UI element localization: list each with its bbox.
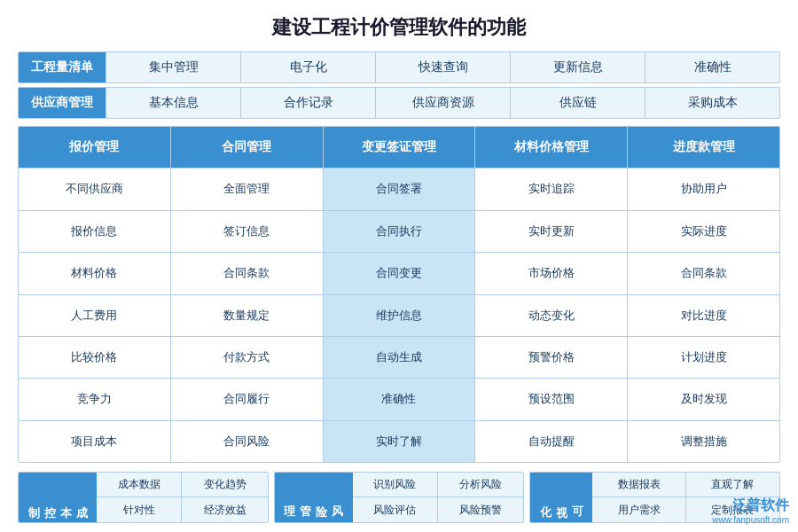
grid-col2-cell4: 付款方式 (171, 337, 323, 379)
grid-col1-cell0: 不同供应商 (19, 168, 170, 210)
bottom-block3-item1: 直观了解 (686, 473, 779, 497)
grid-col3-cell6: 实时了解 (324, 421, 475, 462)
grid-col4-cell4: 预警价格 (475, 337, 627, 379)
grid-col1-cell5: 竞争力 (19, 379, 170, 420)
grid-col1-cell4: 比较价格 (19, 337, 170, 379)
bottom-block2-label: 风险管理 (275, 473, 353, 522)
bottom-block2-items: 识别风险 分析风险 风险评估 风险预警 (353, 473, 524, 522)
grid-col2-cell3: 数量规定 (171, 295, 323, 337)
grid-col4-cell1: 实时更新 (475, 211, 627, 253)
grid-col1-header: 报价管理 (19, 127, 170, 168)
page-title: 建设工程计价管理软件的功能 (18, 14, 780, 41)
grid-col3-cell2: 合同变更 (324, 253, 475, 294)
grid-col2-cell1: 签订信息 (171, 211, 323, 253)
bottom-block-risk: 风险管理 识别风险 分析风险 风险评估 风险预警 (274, 472, 525, 523)
grid-col1-cell2: 材料价格 (19, 253, 170, 294)
grid-col5-cell4: 计划进度 (628, 337, 779, 379)
bottom-block1-item1: 变化趋势 (182, 473, 267, 497)
bar2-items: 基本信息 合作记录 供应商资源 供应链 采购成本 (106, 88, 779, 118)
bottom-block1-label: 成本控制 (19, 473, 97, 522)
grid-col2-cell5: 合同履行 (171, 379, 323, 420)
logo-text: 泛普软件 (732, 497, 789, 515)
bottom-block-cost: 成本控制 成本数据 变化趋势 针对性 经济效益 (18, 472, 269, 523)
grid-col1-cell3: 人工费用 (19, 295, 170, 337)
bar1-items: 集中管理 电子化 快速查询 更新信息 准确性 (106, 52, 779, 82)
bottom-block2-item1: 分析风险 (438, 473, 523, 497)
grid-col3-cell4: 自动生成 (324, 337, 475, 379)
bar2-item-2: 供应商资源 (375, 88, 510, 118)
grid-col4-cell3: 动态变化 (475, 295, 627, 337)
grid-col1: 报价管理 不同供应商 报价信息 材料价格 人工费用 比较价格 竞争力 项目成本 (19, 127, 171, 462)
top-section: 工程量清单 集中管理 电子化 快速查询 更新信息 准确性 供应商管理 基本信息 … (18, 51, 780, 119)
grid-col5-cell5: 及时发现 (628, 379, 779, 420)
bottom-block1-item0: 成本数据 (97, 473, 182, 497)
grid-col5: 进度款管理 协助用户 实际进度 合同条款 对比进度 计划进度 及时发现 调整措施 (628, 127, 779, 462)
bar1-label: 工程量清单 (19, 52, 106, 82)
bar-gongchengliang: 工程量清单 集中管理 电子化 快速查询 更新信息 准确性 (18, 51, 780, 83)
bar1-item-3: 更新信息 (510, 52, 645, 82)
grid-col1-cell1: 报价信息 (19, 211, 170, 253)
bar1-item-4: 准确性 (645, 52, 779, 82)
bar1-item-1: 电子化 (240, 52, 375, 82)
bottom-block1-item2: 针对性 (97, 497, 182, 522)
grid-col5-cell2: 合同条款 (628, 253, 779, 294)
grid-col3-header: 变更签证管理 (324, 127, 475, 168)
logo-url: www.fanpusoft.com (712, 515, 789, 525)
bottom-block3-item0: 数据报表 (592, 473, 685, 497)
grid-col4-cell5: 预设范围 (475, 379, 627, 420)
grid-col5-cell3: 对比进度 (628, 295, 779, 337)
bar2-item-3: 供应链 (510, 88, 645, 118)
bar1-item-2: 快速查询 (375, 52, 510, 82)
bottom-block1-items: 成本数据 变化趋势 针对性 经济效益 (97, 473, 268, 522)
grid-col3-cell3: 维护信息 (324, 295, 475, 337)
bottom-block2-item3: 风险预警 (438, 497, 523, 522)
logo-area: 泛普软件 www.fanpusoft.com (712, 497, 789, 525)
grid-col3-cell0: 合同签署 (324, 168, 475, 210)
bottom-section: 成本控制 成本数据 变化趋势 针对性 经济效益 风险管理 识别风险 分析风险 风… (18, 472, 780, 523)
grid-col5-cell1: 实际进度 (628, 211, 779, 253)
bar-gongyingshang: 供应商管理 基本信息 合作记录 供应商资源 供应链 采购成本 (18, 87, 780, 119)
grid-col4: 材料价格管理 实时追踪 实时更新 市场价格 动态变化 预警价格 预设范围 自动提… (475, 127, 628, 462)
bottom-block3-item2: 用户需求 (592, 497, 685, 522)
bar1-item-0: 集中管理 (106, 52, 240, 82)
grid-col3-cell1: 合同执行 (324, 211, 475, 253)
grid-col2: 合同管理 全面管理 签订信息 合同条款 数量规定 付款方式 合同履行 合同风险 (171, 127, 324, 462)
grid-col2-header: 合同管理 (171, 127, 323, 168)
bar2-item-4: 采购成本 (645, 88, 779, 118)
grid-col4-cell0: 实时追踪 (475, 168, 627, 210)
grid-col4-cell2: 市场价格 (475, 253, 627, 294)
grid-col4-cell6: 自动提醒 (475, 421, 627, 462)
grid-col2-cell2: 合同条款 (171, 253, 323, 294)
grid-col5-header: 进度款管理 (628, 127, 779, 168)
bar2-item-1: 合作记录 (240, 88, 375, 118)
grid-col3-cell5: 准确性 (324, 379, 475, 420)
grid-col5-cell0: 协助用户 (628, 168, 779, 210)
bottom-block1-item3: 经济效益 (182, 497, 267, 522)
bar2-item-0: 基本信息 (106, 88, 240, 118)
bottom-block2-item0: 识别风险 (353, 473, 438, 497)
bottom-block3-label: 可视化 (530, 473, 592, 522)
grid-col5-cell6: 调整措施 (628, 421, 779, 462)
grid-col4-header: 材料价格管理 (475, 127, 627, 168)
bottom-block2-item2: 风险评估 (353, 497, 438, 522)
grid-col2-cell0: 全面管理 (171, 168, 323, 210)
grid-col3: 变更签证管理 合同签署 合同执行 合同变更 维护信息 自动生成 准确性 实时了解 (324, 127, 476, 462)
grid-col1-cell6: 项目成本 (19, 421, 170, 462)
grid-col2-cell6: 合同风险 (171, 421, 323, 462)
main-grid: 报价管理 不同供应商 报价信息 材料价格 人工费用 比较价格 竞争力 项目成本 … (18, 126, 780, 463)
bar2-label: 供应商管理 (19, 88, 106, 118)
